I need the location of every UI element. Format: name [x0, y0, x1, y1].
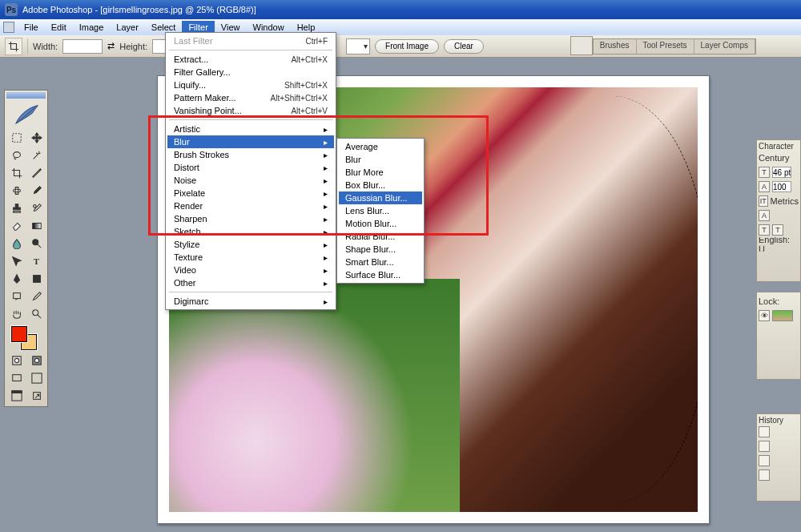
slice-tool-icon[interactable] [26, 164, 46, 182]
svg-point-13 [34, 358, 38, 362]
pen-tool-icon[interactable] [6, 270, 26, 288]
tab-layer-comps[interactable]: Layer Comps [694, 39, 755, 54]
layer-thumbnail[interactable] [772, 310, 793, 321]
crop-tool-icon[interactable] [6, 164, 26, 182]
menu-edit[interactable]: Edit [45, 21, 73, 34]
filter-digimarc[interactable]: Digimarc [167, 295, 334, 308]
history-panel: History [756, 413, 801, 502]
screenmode-std-icon[interactable] [6, 369, 26, 387]
heal-tool-icon[interactable] [6, 182, 26, 200]
font-family-field[interactable]: Century [759, 153, 790, 163]
shape-tool-icon[interactable] [26, 270, 46, 288]
lock-label: Lock: [759, 296, 779, 306]
foreground-color-swatch[interactable] [11, 326, 27, 342]
crop-tool-icon[interactable] [5, 38, 22, 55]
blur-submenu: Average Blur Blur More Box Blur... Gauss… [336, 138, 425, 284]
window-title: Adobe Photoshop - [girlsmellingroses.jpg… [22, 5, 256, 14]
quickmask-on-icon[interactable] [26, 352, 46, 369]
filter-vanishing-point[interactable]: Vanishing Point...Alt+Ctrl+V [167, 104, 334, 117]
blur-smart[interactable]: Smart Blur... [339, 256, 422, 268]
filter-liquify[interactable]: Liquify...Shift+Ctrl+X [167, 79, 334, 91]
brush-tool-icon[interactable] [26, 182, 46, 200]
menu-bar: File Edit Image Layer Select Filter View… [0, 19, 801, 35]
svg-rect-0 [12, 134, 21, 143]
swap-icon[interactable]: ⇄ [107, 41, 115, 51]
filter-render[interactable]: Render [167, 200, 334, 212]
filter-noise[interactable]: Noise [167, 174, 334, 187]
wand-tool-icon[interactable] [26, 147, 46, 164]
stamp-tool-icon[interactable] [6, 200, 26, 217]
history-state-icon[interactable] [759, 470, 770, 481]
front-image-button[interactable]: Front Image [375, 39, 439, 54]
filter-stylize[interactable]: Stylize [167, 238, 334, 251]
tab-brushes[interactable]: Brushes [594, 39, 637, 54]
type-style-icon[interactable]: T [759, 224, 770, 236]
blur-gaussian[interactable]: Gaussian Blur... [339, 191, 422, 204]
blur-more[interactable]: Blur More [339, 166, 422, 179]
type-style2-icon[interactable]: T [772, 224, 783, 236]
visibility-eye-icon[interactable]: 👁 [759, 310, 770, 321]
tab-tool-presets[interactable]: Tool Presets [637, 39, 694, 54]
filter-pixelate[interactable]: Pixelate [167, 187, 334, 200]
blur-lens[interactable]: Lens Blur... [339, 204, 422, 217]
leading-input[interactable] [772, 181, 791, 192]
character-panel-title: Character [759, 142, 799, 151]
width-input[interactable] [62, 39, 103, 54]
options-dropdown[interactable] [346, 38, 370, 54]
panel-dock-tabs: Brushes Tool Presets Layer Comps [593, 38, 756, 54]
zoom-tool-icon[interactable] [26, 305, 46, 323]
dodge-tool-icon[interactable] [26, 235, 46, 252]
filter-brush-strokes[interactable]: Brush Strokes [167, 148, 334, 161]
menu-layer[interactable]: Layer [110, 21, 145, 34]
language-field[interactable]: English: U [759, 237, 799, 252]
font-size-input[interactable] [772, 167, 791, 178]
history-panel-title: History [759, 416, 799, 425]
hand-tool-icon[interactable] [6, 305, 26, 323]
type-tool-icon[interactable]: T [26, 252, 46, 270]
filter-artistic[interactable]: Artistic [167, 123, 334, 135]
filter-distort[interactable]: Distort [167, 161, 334, 174]
jump-imageready-icon[interactable] [26, 387, 46, 405]
lasso-tool-icon[interactable] [6, 147, 26, 164]
blur-motion[interactable]: Motion Blur... [339, 217, 422, 230]
quickmask-icon[interactable] [6, 352, 26, 369]
screenmode-menu-icon[interactable] [6, 387, 26, 405]
history-brush-icon[interactable] [26, 200, 46, 217]
blur-blur[interactable]: Blur [339, 153, 422, 166]
menu-image[interactable]: Image [73, 21, 111, 34]
blur-shape[interactable]: Shape Blur... [339, 243, 422, 256]
move-tool-icon[interactable] [26, 129, 46, 147]
filter-sharpen[interactable]: Sharpen [167, 212, 334, 225]
notes-tool-icon[interactable] [6, 288, 26, 305]
blur-box[interactable]: Box Blur... [339, 179, 422, 191]
gradient-tool-icon[interactable] [26, 217, 46, 235]
filter-gallery[interactable]: Filter Gallery... [167, 66, 334, 79]
history-state-icon[interactable] [759, 441, 770, 452]
screenmode-full-icon[interactable] [26, 369, 46, 387]
blur-radial[interactable]: Radial Blur... [339, 230, 422, 243]
filter-video[interactable]: Video [167, 264, 334, 276]
filter-blur[interactable]: Blur [167, 135, 334, 148]
menu-file[interactable]: File [18, 21, 45, 34]
blur-tool-icon[interactable] [6, 235, 26, 252]
clear-button[interactable]: Clear [444, 39, 484, 54]
tools-grid: T [6, 129, 46, 323]
blur-average[interactable]: Average [339, 140, 422, 153]
marquee-tool-icon[interactable] [6, 129, 26, 147]
eyedropper-tool-icon[interactable] [26, 288, 46, 305]
path-tool-icon[interactable] [6, 252, 26, 270]
layers-panel: Lock: 👁 [756, 292, 801, 380]
svg-rect-17 [11, 391, 21, 393]
blur-surface[interactable]: Surface Blur... [339, 268, 422, 281]
palette-well-icon[interactable] [570, 36, 593, 55]
filter-pattern-maker[interactable]: Pattern Maker...Alt+Shift+Ctrl+X [167, 91, 334, 104]
toolbox-grip[interactable] [6, 92, 46, 99]
tracking-value[interactable]: Metrics [771, 196, 799, 206]
history-state-icon[interactable] [759, 426, 770, 437]
history-state-icon[interactable] [759, 455, 770, 466]
filter-other[interactable]: Other [167, 276, 334, 289]
filter-extract[interactable]: Extract...Alt+Ctrl+X [167, 53, 334, 66]
filter-texture[interactable]: Texture [167, 251, 334, 264]
filter-sketch[interactable]: Sketch [167, 225, 334, 238]
eraser-tool-icon[interactable] [6, 217, 26, 235]
